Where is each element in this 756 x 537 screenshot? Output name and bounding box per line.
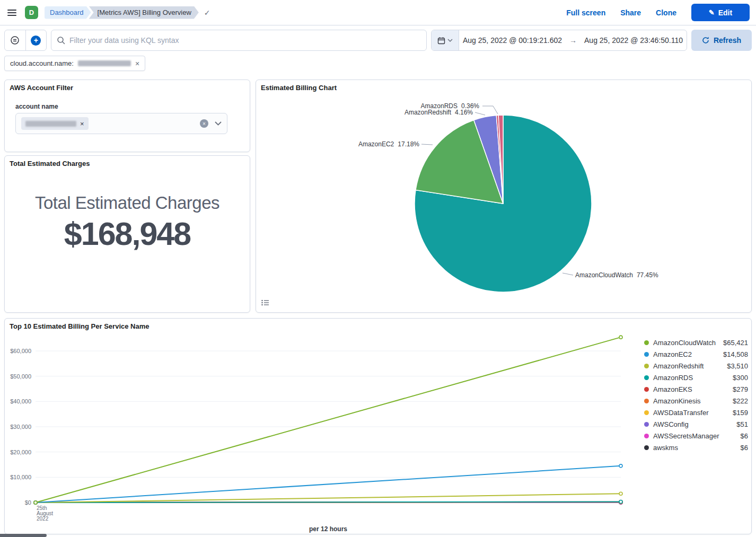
plus-icon: +	[31, 36, 41, 46]
series-point-AmazonCloudWatch[interactable]	[34, 501, 37, 504]
legend-item-AWSConfig[interactable]: AWSConfig$51	[644, 418, 748, 430]
series-line-AmazonEC2[interactable]	[36, 466, 621, 503]
legend-series-name: AmazonRDS	[653, 374, 693, 382]
legend-item-AWSSecretsManager[interactable]: AWSSecretsManager$6	[644, 430, 748, 442]
legend-item-AmazonRedshift[interactable]: AmazonRedshift$3,510	[644, 360, 748, 372]
x-tick-label: 2022	[37, 516, 49, 522]
legend-dot-icon	[644, 364, 649, 368]
legend-dot-icon	[644, 340, 649, 345]
filter-pill-remove-icon[interactable]: ×	[135, 59, 139, 68]
menu-icon[interactable]	[7, 8, 16, 17]
metric-label: Total Estimated Charges	[5, 193, 250, 213]
breadcrumb-dashboard[interactable]: Dashboard	[45, 6, 91, 19]
breadcrumb: Dashboard[Metrics AWS] Billing Overview	[45, 6, 199, 19]
legend-series-value: $159	[733, 409, 748, 417]
legend-series-value: $222	[733, 397, 748, 405]
series-point-AmazonRedshift[interactable]	[619, 492, 622, 495]
share-link[interactable]: Share	[620, 8, 641, 17]
panel-aws-account-filter: AWS Account Filter account name × ×	[4, 80, 250, 152]
legend-item-AWSDataTransfer[interactable]: AWSDataTransfer$159	[644, 407, 748, 418]
filter-pill-redacted-value	[78, 60, 131, 66]
y-tick-label: $50,000	[10, 373, 31, 380]
series-point-AmazonRDS[interactable]	[619, 500, 622, 504]
metric-value: $168,948	[5, 215, 250, 252]
query-menu-group: +	[4, 30, 47, 51]
legend-item-AmazonKinesis[interactable]: AmazonKinesis$222	[644, 395, 748, 407]
legend-item-awskms[interactable]: awskms$6	[644, 442, 748, 453]
chevron-down-icon[interactable]	[215, 121, 222, 126]
filter-bar: cloud.account.name: ×	[4, 56, 145, 72]
remove-account-tag-icon[interactable]: ×	[80, 120, 84, 128]
filter-pill-field: cloud.account.name:	[10, 59, 74, 67]
chevron-down-icon	[447, 39, 453, 42]
series-point-AmazonCloudWatch[interactable]	[619, 336, 622, 339]
legend-item-AmazonEC2[interactable]: AmazonEC2$14,508	[644, 348, 748, 360]
refresh-icon	[702, 37, 709, 44]
billing-line-chart[interactable]: $0$10,000$20,000$30,000$40,000$50,000$60…	[5, 332, 652, 523]
metric: Total Estimated Charges $168,948	[5, 193, 250, 252]
panel-total-estimated-charges: Total Estimated Charges Total Estimated …	[4, 155, 250, 313]
legend-series-name: AmazonEKS	[653, 385, 692, 393]
pencil-icon: ✎	[709, 8, 715, 16]
y-tick-label: $20,000	[10, 449, 31, 455]
saved-query-menu-button[interactable]	[5, 30, 25, 50]
saved-query-icon	[10, 36, 20, 45]
query-bar: + Aug 25, 2022	[0, 25, 756, 55]
refresh-button-label: Refresh	[714, 36, 741, 45]
x-axis-title: per 12 hours	[5, 525, 652, 533]
legend-series-name: AmazonKinesis	[653, 397, 701, 405]
panel-title: Total Estimated Charges	[10, 160, 90, 168]
legend-toggle-icon[interactable]	[261, 298, 269, 308]
legend-series-name: awskms	[653, 444, 678, 452]
y-tick-label: $60,000	[10, 348, 31, 354]
legend-dot-icon	[644, 399, 649, 403]
panel-title: Estimated Billing Chart	[261, 84, 337, 92]
legend-series-value: $65,421	[723, 339, 748, 347]
billing-pie-chart[interactable]	[256, 80, 751, 312]
series-point-AmazonEC2[interactable]	[619, 464, 622, 468]
panel-top10-billing-per-service: Top 10 Estimated Billing Per Service Nam…	[4, 318, 752, 534]
calendar-icon	[437, 37, 445, 45]
time-range-end[interactable]: Aug 25, 2022 @ 23:46:50.110	[584, 36, 683, 45]
top-navigation-bar: D Dashboard[Metrics AWS] Billing Overvie…	[0, 0, 756, 25]
clear-selection-icon[interactable]: ×	[200, 119, 208, 128]
legend-series-value: $14,508	[723, 350, 748, 358]
legend-item-AmazonCloudWatch[interactable]: AmazonCloudWatch$65,421	[644, 337, 748, 348]
time-range-start[interactable]: Aug 25, 2022 @ 00:19:21.602	[463, 36, 562, 45]
panel-title: Top 10 Estimated Billing Per Service Nam…	[10, 322, 149, 330]
date-quick-menu-button[interactable]	[432, 30, 459, 50]
horizontal-scrollbar[interactable]	[0, 534, 47, 537]
series-line-AmazonRedshift[interactable]	[36, 494, 621, 503]
legend-item-AmazonRDS[interactable]: AmazonRDS$300	[644, 372, 748, 383]
legend-series-value: $279	[733, 385, 748, 393]
legend-series-name: AmazonRedshift	[653, 362, 704, 370]
pie-callout-amazonredshift: AmazonRedshift4.16%	[405, 108, 473, 117]
hamburger-icon	[7, 8, 16, 17]
legend-series-value: $3,510	[727, 362, 748, 370]
legend-dot-icon	[644, 375, 649, 380]
series-line-AmazonCloudWatch[interactable]	[36, 337, 621, 503]
legend-dot-icon	[644, 422, 649, 427]
legend-series-value: $51	[736, 420, 748, 428]
refresh-button[interactable]: Refresh	[691, 30, 752, 51]
legend-series-name: AWSDataTransfer	[653, 409, 709, 417]
saved-check-icon: ✓	[204, 8, 210, 17]
space-avatar[interactable]: D	[25, 6, 38, 19]
pie-callout-amazonec2: AmazonEC217.18%	[358, 140, 419, 148]
selected-account-tag: ×	[21, 117, 89, 130]
kql-search-input[interactable]	[69, 36, 421, 45]
legend-series-value: $300	[733, 374, 748, 382]
selected-account-redacted-value	[25, 121, 76, 127]
filter-pill-cloud-account-name[interactable]: cloud.account.name: ×	[4, 56, 145, 71]
legend-item-AmazonEKS[interactable]: AmazonEKS$279	[644, 383, 748, 395]
full-screen-link[interactable]: Full screen	[566, 8, 605, 17]
time-range: Aug 25, 2022 @ 00:19:21.602 → Aug 25, 20…	[459, 36, 687, 45]
account-name-label: account name	[15, 103, 58, 110]
clone-link[interactable]: Clone	[656, 8, 676, 17]
y-tick-label: $0	[25, 499, 31, 506]
legend-series-name: AmazonEC2	[653, 350, 692, 358]
legend-dot-icon	[644, 434, 649, 438]
account-name-combobox[interactable]: × ×	[15, 113, 227, 134]
edit-button[interactable]: ✎ Edit	[691, 4, 750, 21]
add-filter-button[interactable]: +	[25, 30, 47, 50]
